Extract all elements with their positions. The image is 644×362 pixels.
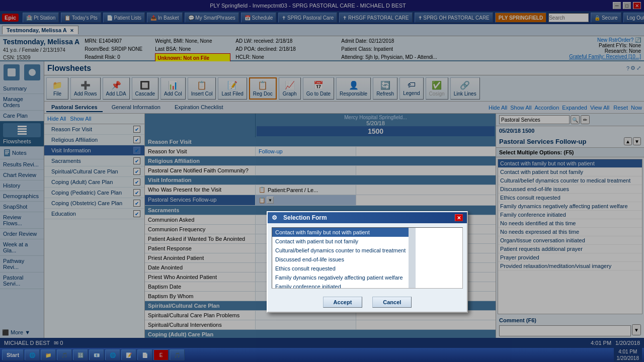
modal-item-1[interactable]: Contact with patient but not family: [272, 237, 409, 246]
modal-list-outer: Contact with family but not with patient…: [272, 228, 462, 288]
modal-item-6[interactable]: Family conference initiated: [272, 282, 409, 288]
modal-cancel-button[interactable]: Cancel: [372, 297, 412, 308]
modal-list[interactable]: Contact with family but not with patient…: [272, 228, 409, 288]
modal-item-5[interactable]: Family dynamics negatively affecting pat…: [272, 273, 409, 282]
modal-item-0[interactable]: Contact with family but not with patient: [272, 228, 409, 237]
modal-item-4[interactable]: Ethics consult requested: [272, 264, 409, 273]
modal-buttons: Accept Cancel: [268, 293, 467, 312]
modal-item-3[interactable]: Discussed end-of-life issues: [272, 255, 409, 264]
modal-accept-button[interactable]: Accept: [323, 297, 363, 308]
selection-form-modal: ⚙ Selection Form ✕ Contact with family b…: [267, 211, 468, 313]
modal-item-2[interactable]: Cultural/belief dynamics counter to medi…: [272, 246, 409, 255]
modal-title-bar: ⚙ Selection Form ✕: [268, 212, 467, 223]
modal-gear-icon: ⚙: [272, 214, 277, 221]
modal-close-button[interactable]: ✕: [455, 214, 463, 221]
modal-scrollbar[interactable]: [409, 228, 416, 288]
modal-list-container: Contact with family but not with patient…: [272, 227, 463, 289]
modal-title-text: Selection Form: [283, 214, 327, 221]
modal-overlay[interactable]: ⚙ Selection Form ✕ Contact with family b…: [0, 0, 644, 362]
